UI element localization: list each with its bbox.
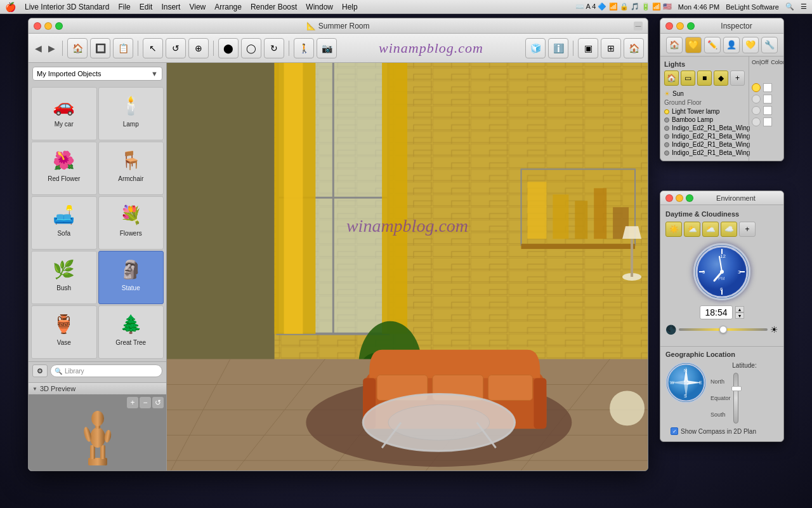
inspector-tool-light[interactable]: 💛 — [685, 37, 702, 53]
light-item-3[interactable]: Indigo_Ed2_R1_Beta_Wing — [664, 132, 745, 140]
view1-btn[interactable]: ▣ — [578, 38, 598, 58]
menu-insert[interactable]: Insert — [161, 3, 180, 11]
zoom-out-btn[interactable]: − — [140, 397, 151, 408]
daytime-cloudy[interactable]: 🌥️ — [702, 222, 719, 237]
view2-btn[interactable]: ⊞ — [601, 38, 621, 58]
preview-header[interactable]: ▼ 3D Preview — [29, 383, 166, 394]
menu-file[interactable]: File — [118, 3, 130, 11]
light-item-4[interactable]: Indigo_Ed2_R1_Beta_Wing — [664, 140, 745, 149]
color-swatch-1[interactable] — [763, 95, 772, 104]
main-toolbar: ◀ ▶ 🏠 🔲 📋 ↖ ↺ ⊕ ⬤ ◯ ↻ 🚶 📷 winampblog.com… — [29, 34, 648, 63]
object-item-armchair[interactable]: 🪑 Armchair — [98, 142, 164, 195]
menu-arrange[interactable]: Arrange — [214, 3, 242, 11]
inspector-tool-house[interactable]: 🏠 — [666, 37, 683, 53]
daytime-add[interactable]: + — [739, 222, 756, 237]
object-item-flowers[interactable]: 💐 Flowers — [98, 196, 164, 250]
objects-dropdown[interactable]: My Imported Objects ▼ — [32, 67, 162, 81]
inspector-close-button[interactable] — [665, 22, 673, 30]
light-type-spot[interactable]: ◆ — [714, 70, 728, 86]
brightness-low-icon: 🌑 — [665, 324, 676, 335]
object-item-sofa[interactable]: 🛋️ Sofa — [31, 196, 97, 250]
inspector-tool-object[interactable]: 💛 — [742, 37, 759, 53]
menu-render-boost[interactable]: Render Boost — [251, 3, 297, 11]
light-item-2[interactable]: Indigo_Ed2_R1_Beta_Wing — [664, 124, 745, 132]
light-item-1[interactable]: Bamboo Lamp — [664, 116, 745, 124]
menubar-list-icon[interactable]: ☰ — [801, 3, 807, 11]
on-indicator-2[interactable] — [752, 106, 761, 115]
inspector-minimize-button[interactable] — [676, 22, 684, 30]
svg-text:N: N — [684, 368, 687, 373]
inspector-maximize-button[interactable] — [687, 22, 695, 30]
menu-help[interactable]: Help — [342, 3, 358, 11]
menubar-search-icon[interactable]: 🔍 — [785, 3, 794, 11]
object-item-statue[interactable]: 🗿 Statue — [98, 251, 164, 304]
refresh-tool[interactable]: ↻ — [264, 38, 284, 58]
light-item-5[interactable]: Indigo_Ed2_R1_Beta_Wing — [664, 149, 745, 157]
color-swatch-2[interactable] — [763, 106, 772, 115]
object-item-lamp[interactable]: 🕯️ Lamp — [98, 87, 164, 140]
inspector-tool-edit[interactable]: ✏️ — [704, 37, 721, 53]
on-off-row-0 — [752, 83, 781, 92]
time-increment[interactable]: ▲ — [735, 306, 744, 312]
screenshot-btn[interactable]: 📷 — [317, 38, 337, 58]
zoom-in-btn[interactable]: + — [127, 397, 138, 408]
light-item-0[interactable]: Light Tower lamp — [664, 107, 745, 116]
info-btn[interactable]: ℹ️ — [548, 38, 568, 58]
circle-tool[interactable]: ⬤ — [218, 38, 239, 58]
move-tool[interactable]: ⊕ — [188, 38, 209, 58]
env-close-button[interactable] — [665, 194, 673, 202]
light-type-wall[interactable]: ▭ — [681, 70, 695, 86]
search-field[interactable]: 🔍 Library — [50, 364, 162, 377]
on-indicator-1[interactable] — [752, 95, 761, 104]
object-item-great-tree[interactable]: 🌲 Great Tree — [98, 305, 164, 359]
app-name-menu[interactable]: Live Interior 3D Standard — [25, 3, 109, 11]
inspector-tool-person[interactable]: 👤 — [723, 37, 740, 53]
light-add-btn[interactable]: + — [730, 70, 745, 86]
menu-view[interactable]: View — [189, 3, 206, 11]
apple-menu[interactable]: 🍎 — [5, 2, 16, 12]
daytime-partly[interactable]: ⛅ — [684, 222, 700, 237]
light-type-floor[interactable]: ■ — [697, 70, 712, 86]
time-decrement[interactable]: ▼ — [735, 312, 744, 319]
person-tool[interactable]: 🚶 — [294, 38, 314, 58]
settings-btn[interactable]: ⚙ — [32, 364, 48, 377]
light-type-ceiling[interactable]: 🏠 — [664, 70, 679, 86]
forward-button[interactable]: ▶ — [46, 42, 58, 55]
walls-btn[interactable]: 🔲 — [90, 38, 110, 58]
time-hours-input[interactable]: 18 : 54 — [700, 305, 733, 319]
show-compass-checkbox[interactable]: ✓ — [671, 427, 678, 435]
object-item-bush[interactable]: 🌿 Bush — [31, 251, 97, 304]
brightness-slider[interactable] — [679, 328, 768, 331]
rooms-btn[interactable]: 📋 — [113, 38, 133, 58]
menu-window[interactable]: Window — [306, 3, 333, 11]
object-item-car[interactable]: 🚗 My car — [31, 87, 97, 140]
camera-tool[interactable]: ◯ — [241, 38, 261, 58]
3d-btn[interactable]: 🧊 — [525, 38, 546, 58]
color-swatch-0[interactable] — [763, 83, 772, 92]
sun-item[interactable]: ☀ Sun — [664, 90, 745, 98]
select-tool[interactable]: ↖ — [143, 38, 163, 58]
inspector-tool-settings[interactable]: 🔧 — [761, 37, 778, 53]
maximize-button[interactable] — [55, 22, 63, 30]
compass[interactable]: N S E W — [665, 362, 707, 403]
floorplan-btn[interactable]: 🏠 — [67, 38, 88, 58]
svg-text:12: 12 — [720, 253, 726, 259]
env-minimize-button[interactable] — [676, 194, 683, 202]
close-button[interactable] — [34, 22, 41, 30]
daytime-overcast[interactable]: ☁️ — [721, 222, 737, 237]
minimize-button[interactable] — [44, 22, 52, 30]
zoom-reset-btn[interactable]: ↺ — [152, 397, 164, 408]
env-maximize-button[interactable] — [686, 194, 693, 202]
rotate-tool[interactable]: ↺ — [166, 38, 186, 58]
on-indicator-3[interactable] — [752, 117, 761, 126]
color-swatch-3[interactable] — [763, 117, 772, 126]
object-item-vase[interactable]: 🏺 Vase — [31, 305, 97, 359]
view3-btn[interactable]: 🏠 — [624, 38, 644, 58]
daytime-sunny[interactable]: ☀️ — [665, 222, 682, 237]
object-item-red-flower[interactable]: 🌺 Red Flower — [31, 142, 97, 195]
back-button[interactable]: ◀ — [32, 42, 44, 55]
latitude-slider[interactable] — [733, 373, 738, 424]
window-collapse-button[interactable]: — — [634, 22, 643, 30]
on-indicator-0[interactable] — [752, 83, 761, 92]
menu-edit[interactable]: Edit — [140, 3, 153, 11]
